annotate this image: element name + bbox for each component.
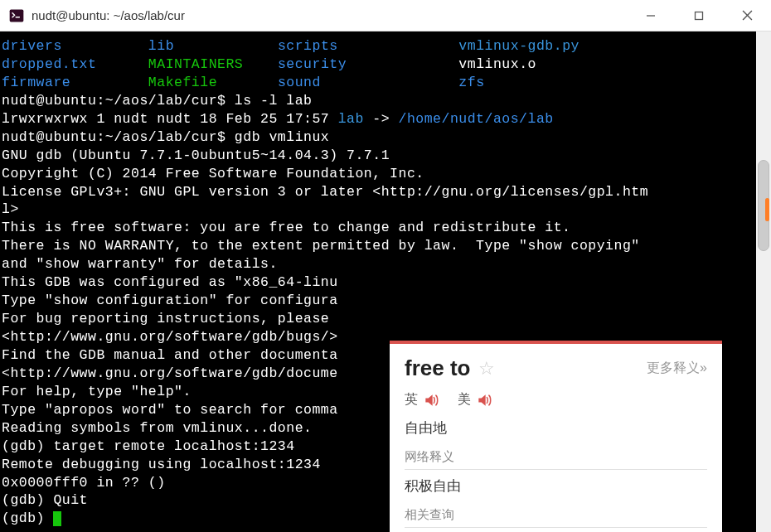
close-button[interactable] bbox=[723, 0, 771, 31]
gdb-line: For help, type "help". bbox=[2, 384, 192, 399]
gdb-line: There is NO WARRANTY, to the extent perm… bbox=[2, 238, 640, 254]
scroll-thumb[interactable] bbox=[758, 160, 769, 251]
dir-entry: zfs bbox=[458, 75, 484, 90]
gdb-line: Type "show configuration" for configura bbox=[2, 293, 338, 308]
pron-uk-label: 英 bbox=[405, 391, 418, 409]
terminal-container: drivers lib scripts vmlinux-gdb.py dropp… bbox=[0, 31, 771, 532]
dir-entry: drivers bbox=[2, 38, 62, 54]
dir-entry: sound bbox=[278, 75, 321, 90]
minimize-button[interactable] bbox=[627, 0, 675, 31]
dir-entry: lib bbox=[148, 38, 174, 54]
arrow: -> bbox=[364, 111, 399, 127]
dir-entry: scripts bbox=[278, 38, 338, 54]
file-entry: Makefile bbox=[148, 75, 217, 90]
gdb-line: (gdb) Quit bbox=[2, 492, 88, 508]
scrollbar[interactable] bbox=[756, 31, 771, 532]
gdb-line: 0x0000fff0 in ?? () bbox=[2, 475, 166, 491]
file-entry: MAINTAINERS bbox=[148, 56, 243, 72]
gdb-line: For bug reporting instructions, please bbox=[2, 311, 338, 326]
dir-entry: firmware bbox=[2, 75, 70, 90]
ls-output: lrwxrwxrwx 1 nudt nudt 18 Feb 25 17:57 bbox=[2, 111, 338, 127]
cursor bbox=[53, 511, 61, 526]
gdb-line: <http://www.gnu.org/software/gdb/bugs/> bbox=[2, 329, 338, 345]
window-controls bbox=[627, 0, 771, 31]
speaker-icon[interactable] bbox=[423, 392, 439, 409]
pron-us[interactable]: 美 bbox=[458, 391, 492, 409]
symlink-target: /home/nudt/aos/lab bbox=[399, 111, 554, 127]
more-link[interactable]: 更多释义» bbox=[647, 360, 707, 377]
pron-uk[interactable]: 英 bbox=[405, 391, 439, 409]
dir-entry: security bbox=[278, 56, 347, 72]
gdb-line: Copyright (C) 2014 Free Software Foundat… bbox=[2, 166, 424, 181]
symlink-name: lab bbox=[338, 111, 364, 127]
maximize-button[interactable] bbox=[675, 0, 723, 31]
gdb-line: Reading symbols from vmlinux...done. bbox=[2, 420, 312, 436]
svg-rect-2 bbox=[696, 12, 703, 19]
terminal-icon bbox=[8, 7, 25, 24]
svg-rect-0 bbox=[10, 9, 24, 22]
gdb-prompt: (gdb) bbox=[2, 510, 53, 526]
gdb-line: and "show warranty" for details. bbox=[2, 256, 278, 272]
gdb-line: (gdb) target remote localhost:1234 bbox=[2, 438, 295, 454]
dict-pronunciation: 英 美 bbox=[405, 391, 707, 409]
dictionary-popup: free to ☆ 更多释义» 英 美 自由地 网络释义 积极自由 相关查询 F… bbox=[390, 341, 722, 532]
gdb-line: <http://www.gnu.org/software/gdb/docume bbox=[2, 365, 338, 381]
titlebar: nudt@ubuntu: ~/aos/lab/cur bbox=[0, 0, 771, 31]
dict-net-label: 网络释义 bbox=[405, 449, 707, 470]
file-entry: vmlinux-gdb.py bbox=[458, 38, 579, 54]
dict-header: free to ☆ 更多释义» bbox=[405, 355, 707, 381]
star-icon[interactable]: ☆ bbox=[478, 358, 495, 380]
prompt-line: nudt@ubuntu:~/aos/lab/cur$ gdb vmlinux bbox=[2, 129, 329, 145]
speaker-icon[interactable] bbox=[476, 392, 492, 409]
gdb-line: GNU gdb (Ubuntu 7.7.1-0ubuntu5~14.04.3) … bbox=[2, 148, 390, 163]
file-entry: dropped.txt bbox=[2, 56, 96, 72]
gdb-line: This GDB was configured as "x86_64-linu bbox=[2, 274, 338, 290]
gdb-line: License GPLv3+: GNU GPL version 3 or lat… bbox=[2, 184, 648, 200]
dict-related-label: 相关查询 bbox=[405, 507, 707, 528]
dict-definition: 自由地 bbox=[405, 418, 707, 438]
file-entry: vmlinux.o bbox=[458, 56, 536, 72]
gdb-line: Type "apropos word" to search for comma bbox=[2, 402, 338, 418]
dict-net-def: 积极自由 bbox=[405, 476, 707, 496]
window-title: nudt@ubuntu: ~/aos/lab/cur bbox=[32, 8, 627, 22]
gdb-line: Find the GDB manual and other documenta bbox=[2, 347, 338, 363]
pron-us-label: 美 bbox=[458, 391, 471, 409]
gdb-line: Remote debugging using localhost:1234 bbox=[2, 457, 321, 472]
prompt-line: nudt@ubuntu:~/aos/lab/cur$ ls -l lab bbox=[2, 93, 312, 109]
gdb-line: l> bbox=[2, 201, 19, 217]
dict-word: free to bbox=[405, 355, 470, 381]
gdb-line: This is free software: you are free to c… bbox=[2, 220, 571, 235]
